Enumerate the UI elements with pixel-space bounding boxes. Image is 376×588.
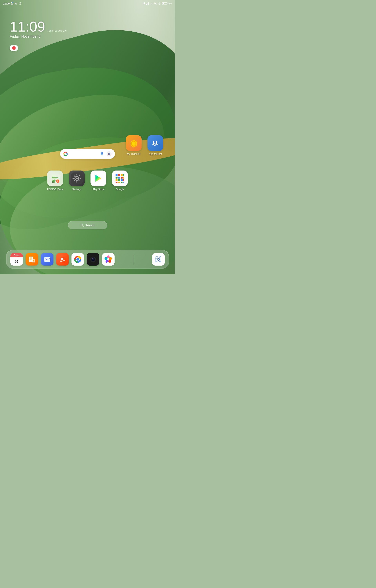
status-right: 38% (142, 2, 172, 5)
status-left: 11:09 G (3, 2, 22, 5)
pages-icon (26, 253, 38, 266)
svg-rect-22 (52, 176, 56, 176)
google-g-icon: G (15, 2, 18, 5)
svg-rect-28 (52, 181, 53, 183)
app-settings[interactable]: Settings (69, 171, 84, 191)
app-market-icon: ∪ (147, 135, 163, 151)
honor-docs-label: HONOR Docs (47, 188, 63, 191)
status-icons-left: G (11, 2, 22, 5)
dock-app-honor-n[interactable] (152, 253, 165, 266)
svg-rect-37 (118, 174, 120, 176)
svg-text:G: G (15, 2, 17, 5)
svg-rect-50 (121, 182, 123, 183)
calendar-day: Friday (10, 253, 23, 257)
google-lens-icon[interactable] (106, 151, 112, 157)
top-right-apps: My HONOR ∪ App Market (126, 135, 163, 155)
svg-rect-61 (44, 257, 50, 262)
svg-rect-3 (12, 3, 13, 4)
svg-rect-58 (32, 259, 35, 262)
svg-rect-1 (12, 2, 13, 3)
svg-point-15 (107, 151, 111, 156)
play-store-label: Play Store (93, 188, 104, 191)
svg-rect-51 (123, 182, 124, 183)
svg-rect-11 (148, 3, 148, 5)
sim-icon (142, 2, 145, 5)
wifi-icon (158, 2, 161, 5)
dock-app-camera[interactable] (87, 253, 99, 266)
app-market-label: App Market (149, 152, 162, 155)
photos-icon (102, 253, 115, 266)
svg-rect-49 (118, 182, 120, 183)
chrome-icon (72, 253, 84, 266)
google-search-bar[interactable] (60, 149, 115, 159)
google-logo (63, 151, 68, 156)
dock-app-photos[interactable] (102, 253, 115, 266)
svg-rect-29 (53, 180, 54, 183)
clock-date: Friday, November 8 (10, 34, 67, 39)
google-app-icon (112, 171, 128, 186)
svg-rect-45 (118, 179, 120, 181)
app-my-honor[interactable]: My HONOR (126, 135, 142, 155)
dock-app-mail[interactable] (41, 253, 53, 266)
status-bar: 11:09 G (0, 0, 175, 7)
svg-rect-12 (148, 2, 149, 5)
alert-dot-icon: ! (12, 46, 16, 50)
dock-app-brush[interactable] (56, 253, 69, 266)
calendar-date: 8 (15, 257, 18, 266)
bluetooth-icon (150, 2, 153, 5)
voice-search-icon[interactable] (100, 151, 104, 156)
svg-point-81 (107, 258, 109, 260)
camera-icon (87, 253, 99, 266)
svg-rect-23 (52, 177, 58, 178)
dock-app-calendar[interactable]: Friday 8 (10, 253, 23, 266)
brush-icon (56, 253, 69, 266)
svg-rect-6 (143, 3, 143, 4)
svg-rect-39 (123, 174, 124, 176)
svg-rect-43 (123, 177, 124, 179)
svg-rect-40 (115, 177, 117, 179)
status-time: 11:09 (3, 2, 10, 5)
svg-rect-44 (115, 179, 117, 181)
search-icon (81, 224, 84, 227)
svg-rect-24 (52, 179, 58, 179)
clock-widget: 11:09 Touch to add city Friday, November… (10, 20, 67, 39)
app-honor-docs[interactable]: ≡ HONOR Docs (47, 171, 63, 191)
bottom-search-pill[interactable]: Search (68, 221, 107, 229)
svg-rect-46 (121, 179, 123, 181)
svg-rect-41 (118, 177, 120, 179)
svg-rect-30 (54, 180, 55, 183)
dock: Friday 8 (6, 250, 169, 268)
app-app-market[interactable]: ∪ App Market (147, 135, 163, 155)
status-icons-right (142, 2, 161, 5)
my-honor-icon (126, 135, 142, 151)
svg-text:≡: ≡ (57, 180, 59, 182)
my-honor-label: My HONOR (127, 152, 140, 155)
bottom-search-label: Search (85, 224, 94, 227)
app-play-store[interactable]: Play Store (91, 171, 106, 191)
battery-icon (162, 2, 167, 5)
dock-container: Friday 8 (6, 250, 169, 268)
clock-time: 11:09 (10, 20, 45, 34)
svg-rect-82 (154, 254, 163, 264)
svg-rect-48 (115, 182, 117, 183)
bottom-search[interactable]: Search (68, 221, 107, 229)
vpn-icon (19, 2, 22, 5)
app-google[interactable]: Google (112, 171, 128, 191)
clock-add-city[interactable]: Touch to add city (47, 29, 67, 32)
signal-bars-icon (146, 2, 149, 5)
settings-icon (69, 171, 84, 186)
alert-badge[interactable]: ! (10, 45, 18, 51)
svg-point-68 (76, 258, 79, 261)
calendar-icon: Friday 8 (10, 253, 23, 266)
battery-indicator: 38% (162, 2, 172, 5)
svg-rect-10 (147, 3, 147, 5)
dock-app-pages[interactable] (26, 253, 38, 266)
svg-rect-7 (144, 2, 144, 4)
battery-percent: 38% (167, 2, 172, 5)
dock-divider (133, 254, 133, 264)
dock-app-chrome[interactable] (72, 253, 84, 266)
svg-rect-2 (11, 3, 12, 4)
dock-apps-left: Friday 8 (10, 253, 115, 266)
svg-rect-42 (121, 177, 123, 179)
svg-point-14 (159, 4, 160, 5)
